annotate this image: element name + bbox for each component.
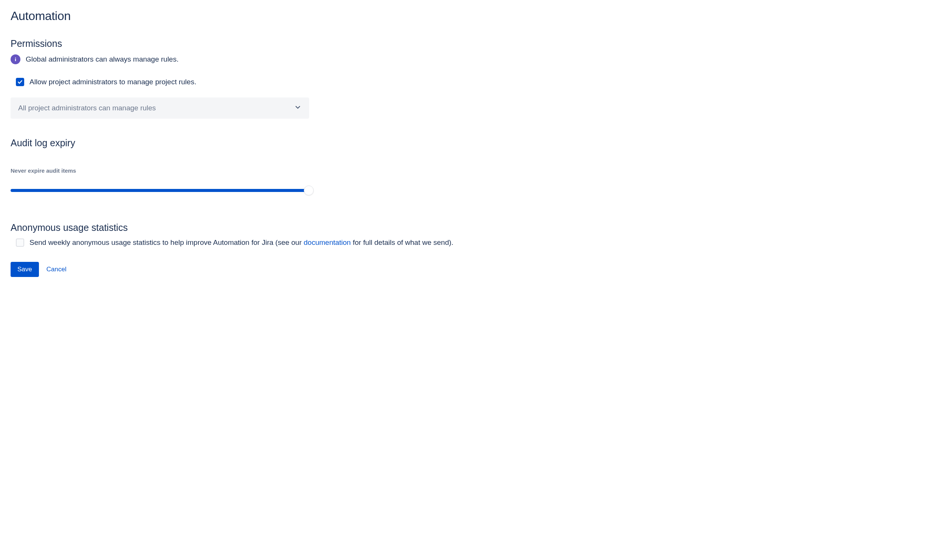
slider-track [11,189,309,192]
documentation-link[interactable]: documentation [304,238,351,246]
slider-thumb[interactable] [304,186,314,195]
allow-project-admins-label: Allow project administrators to manage p… [29,78,196,86]
audit-log-heading: Audit log expiry [11,138,927,149]
permissions-section: Permissions Global administrators can al… [11,38,927,119]
audit-expiry-slider[interactable] [11,185,309,196]
allow-project-admins-checkbox[interactable] [16,78,24,86]
anonymous-stats-text: Send weekly anonymous usage statistics t… [29,238,454,247]
cancel-button[interactable]: Cancel [46,266,67,273]
project-admins-select[interactable]: All project administrators can manage ru… [11,97,309,119]
stats-text-after: for full details of what we send). [351,238,453,246]
info-icon [11,54,20,64]
anonymous-stats-row: Send weekly anonymous usage statistics t… [16,238,927,247]
anonymous-stats-heading: Anonymous usage statistics [11,222,927,233]
chevron-down-icon [294,104,302,113]
svg-rect-1 [15,59,16,61]
anonymous-stats-section: Anonymous usage statistics Send weekly a… [11,222,927,247]
allow-project-admins-row: Allow project administrators to manage p… [16,78,927,86]
anonymous-stats-checkbox[interactable] [16,238,24,247]
action-buttons: Save Cancel [11,262,927,277]
audit-log-section: Audit log expiry Never expire audit item… [11,138,927,196]
stats-text-before: Send weekly anonymous usage statistics t… [29,238,304,246]
project-admins-select-value: All project administrators can manage ru… [18,104,156,112]
permissions-info-text: Global administrators can always manage … [26,55,178,63]
page-title: Automation [11,9,927,23]
permissions-heading: Permissions [11,38,927,49]
permissions-info-row: Global administrators can always manage … [11,54,927,64]
svg-point-0 [15,57,16,58]
audit-slider-label: Never expire audit items [11,167,927,174]
save-button[interactable]: Save [11,262,39,277]
